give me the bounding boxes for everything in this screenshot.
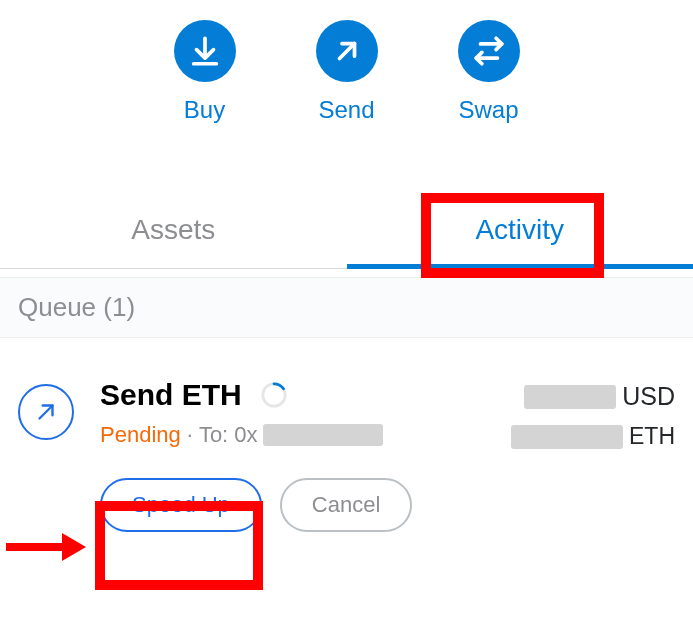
arrow-up-right-icon [316,20,378,82]
send-label: Send [318,96,374,124]
buy-button[interactable]: Buy [174,20,236,124]
tab-assets-label: Assets [131,214,215,245]
asset-value-redacted [511,425,623,449]
tx-title: Send ETH [100,378,242,412]
tx-to-prefix: 0x [234,422,257,448]
tx-direction-icon [18,384,74,440]
speed-up-button[interactable]: Speed Up [100,478,262,532]
swap-icon [458,20,520,82]
fiat-value-redacted [524,385,616,409]
tx-status: Pending [100,422,181,448]
transaction-row[interactable]: Send ETH Pending · To: 0x USD ETH [0,338,693,450]
fiat-currency: USD [622,382,675,411]
swap-button[interactable]: Swap [458,20,520,124]
tab-activity-label: Activity [475,214,564,245]
cancel-button[interactable]: Cancel [280,478,412,532]
send-button[interactable]: Send [316,20,378,124]
quick-actions: Buy Send Swap [0,0,693,152]
download-icon [174,20,236,82]
tx-address-redacted [263,424,383,446]
tabs: Assets Activity [0,194,693,269]
speed-up-label: Speed Up [132,492,230,517]
annotation-arrow-icon [6,533,86,561]
spinner-icon [260,381,288,409]
queue-header: Queue (1) [0,277,693,338]
tx-details: Send ETH Pending · To: 0x [100,378,511,448]
tx-separator: · [187,422,193,448]
buy-label: Buy [184,96,225,124]
tx-to-label: To: [199,422,228,448]
tx-actions: Speed Up Cancel [100,478,693,532]
swap-label: Swap [458,96,518,124]
queue-label: Queue (1) [18,292,135,322]
asset-currency: ETH [629,423,675,450]
tab-assets[interactable]: Assets [0,194,347,268]
tx-amounts: USD ETH [511,382,675,450]
tab-activity[interactable]: Activity [347,194,694,268]
cancel-label: Cancel [312,492,380,517]
